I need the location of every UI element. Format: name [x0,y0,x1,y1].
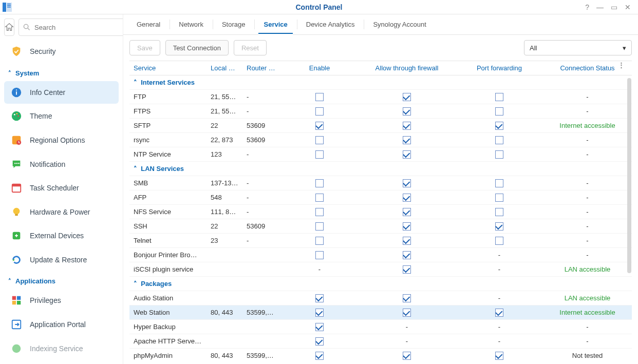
checkbox[interactable] [315,337,324,346]
table-row[interactable]: Telnet 23 - - [129,234,632,248]
tab-synology-account[interactable]: Synology Account [364,14,435,34]
checkbox[interactable] [315,93,324,101]
checkbox[interactable] [403,150,411,159]
checkbox[interactable] [403,222,411,231]
checkbox[interactable] [315,208,324,216]
search-box[interactable] [18,18,123,36]
scrollbar-thumb[interactable] [627,78,631,273]
table-menu-icon[interactable]: ⋮ [618,61,625,69]
sidebar-item-app-portal[interactable]: Application Portal [4,313,119,336]
sidebar-item-privileges[interactable]: Privileges [4,289,119,312]
table-row[interactable]: NTP Service 123 - - [129,147,632,162]
checkbox[interactable] [495,107,503,116]
checkbox[interactable] [495,237,503,245]
checkbox[interactable] [495,179,503,187]
checkbox[interactable] [403,251,411,259]
col-firewall[interactable]: Allow through firewall [358,61,456,75]
checkbox[interactable] [403,107,411,116]
checkbox[interactable] [495,136,503,144]
col-router-port[interactable]: Router … [242,61,281,75]
checkbox[interactable] [403,136,411,144]
table-row[interactable]: Bonjour Printer Bro… - - [129,248,632,262]
sidebar-group-applications[interactable]: ˄ Applications [4,272,119,288]
table-row[interactable]: Hyper Backup - - - [129,320,632,334]
table-row[interactable]: phpMyAdmin 80, 443 53599,… Not tested [129,349,632,360]
sidebar-group-system[interactable]: ˄ System [4,64,119,80]
checkbox[interactable] [403,194,411,202]
table-row[interactable]: FTPS 21, 55… - - [129,104,632,119]
col-local-port[interactable]: Local P… [207,61,242,75]
table-section[interactable]: ˄ LAN Services [129,162,632,176]
scrollbar[interactable] [627,78,632,360]
table-row[interactable]: SMB 137-13… - - [129,176,632,190]
checkbox[interactable] [495,309,503,317]
checkbox[interactable] [495,93,503,101]
table-row[interactable]: rsync 22, 873 53609 - [129,133,632,147]
table-row[interactable]: NFS Service 111, 8… - - [129,205,632,219]
col-service[interactable]: Service [129,61,207,75]
checkbox[interactable] [315,323,324,331]
table-section[interactable]: ˄ Internet Services [129,75,632,90]
sidebar-item-hardware-power[interactable]: Hardware & Power [4,200,119,223]
checkbox[interactable] [403,294,411,302]
checkbox[interactable] [403,122,411,130]
sidebar-item-external-devices[interactable]: External Devices [4,224,119,247]
checkbox[interactable] [315,194,324,202]
checkbox[interactable] [403,208,411,216]
sidebar-item-regional[interactable]: Regional Options [4,129,119,152]
tab-network[interactable]: Network [170,14,213,34]
minimize-icon[interactable]: — [596,3,604,11]
checkbox[interactable] [315,294,324,302]
help-icon[interactable]: ? [585,3,589,11]
save-button[interactable]: Save [129,40,160,55]
sidebar-item-update-restore[interactable]: Update & Restore [4,248,119,272]
col-port-forwarding[interactable]: Port forwarding [456,61,543,75]
checkbox[interactable] [495,150,503,159]
sidebar-item-security[interactable]: Security [4,40,119,63]
test-connection-button[interactable]: Test Connection [165,40,229,55]
checkbox[interactable] [315,352,324,360]
home-button[interactable] [4,18,14,36]
table-row[interactable]: Web Station 80, 443 53599,… Internet acc… [129,305,632,320]
checkbox[interactable] [495,122,503,130]
col-conn-status[interactable]: Connection Status ⋮ [543,61,632,75]
checkbox[interactable] [495,208,503,216]
checkbox[interactable] [315,107,324,116]
checkbox[interactable] [403,237,411,245]
maximize-icon[interactable]: ▭ [611,3,617,11]
table-row[interactable]: SSH 22 53609 - [129,219,632,234]
checkbox[interactable] [495,194,503,202]
checkbox[interactable] [315,179,324,187]
checkbox[interactable] [403,309,411,317]
sidebar-item-theme[interactable]: Theme [4,105,119,128]
tab-device-analytics[interactable]: Device Analytics [297,14,364,34]
checkbox[interactable] [315,251,324,259]
tab-service[interactable]: Service [254,14,296,34]
checkbox[interactable] [315,150,324,159]
table-row[interactable]: AFP 548 - - [129,190,632,205]
tab-storage[interactable]: Storage [213,14,255,34]
checkbox[interactable] [315,222,324,231]
sidebar-item-notification[interactable]: Notification [4,152,119,176]
sidebar-item-indexing[interactable]: Indexing Service [4,337,119,360]
checkbox[interactable] [495,352,503,360]
table-row[interactable]: Audio Station - LAN accessible [129,291,632,305]
checkbox[interactable] [495,222,503,231]
filter-dropdown[interactable]: All ▾ [524,40,632,55]
sidebar-item-info-center[interactable]: Info Center [4,81,119,104]
search-input[interactable] [33,23,122,32]
checkbox[interactable] [403,179,411,187]
table-section[interactable]: ˄ Packages [129,277,632,291]
checkbox[interactable] [315,136,324,144]
checkbox[interactable] [315,122,324,130]
checkbox[interactable] [403,265,411,274]
reset-button[interactable]: Reset [234,40,267,55]
sidebar-item-task-scheduler[interactable]: Task Scheduler [4,177,119,200]
tab-general[interactable]: General [127,14,170,34]
col-enable[interactable]: Enable [281,61,358,75]
table-row[interactable]: SFTP 22 53609 Internet accessible [129,119,632,133]
checkbox[interactable] [315,309,324,317]
close-icon[interactable]: ✕ [625,3,631,11]
checkbox[interactable] [403,352,411,360]
table-row[interactable]: FTP 21, 55… - - [129,90,632,104]
